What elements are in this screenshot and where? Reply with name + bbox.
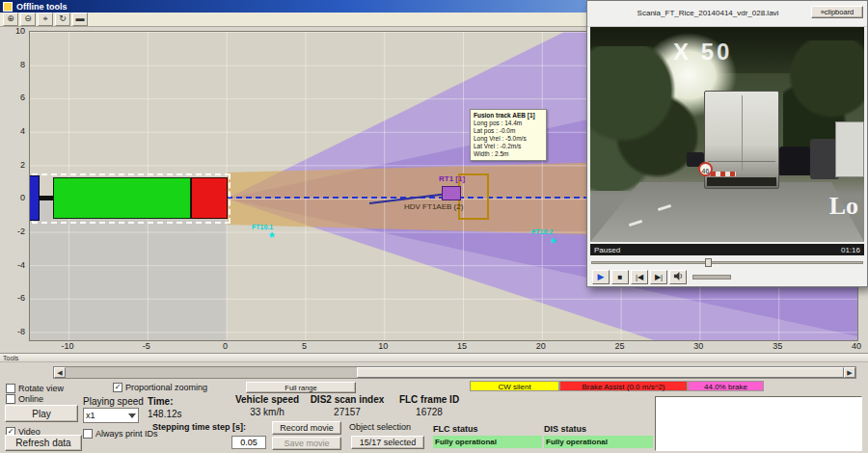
playing-speed-select[interactable]: x1 (83, 408, 139, 423)
checkbox-label: Online (18, 394, 43, 404)
checkbox-box[interactable] (6, 384, 15, 393)
video-overlay-text-bottom: Lo (829, 192, 858, 221)
video-window: Scania_FT_Rice_20140414_vdr_028.lavi »cl… (586, 0, 868, 287)
dis-status-label: DIS status (544, 424, 586, 434)
brake-assist-strip: Brake Assist (0.0 m/s^2) (559, 381, 688, 391)
dis2-scan-index-value: 27157 (305, 407, 390, 417)
road-surface (590, 182, 864, 242)
y-tick: 0 (0, 190, 25, 205)
vehicle-speed-label: Vehicle speed (230, 394, 305, 405)
scroll-right-icon[interactable]: ▶ (844, 367, 855, 378)
x-tick: -10 (48, 341, 87, 352)
scrollbar-thumb[interactable] (357, 367, 844, 378)
video-controls: ▶ ■ |◀ ▶| (590, 269, 864, 285)
record-movie-button[interactable]: Record movie (272, 421, 341, 435)
video-overlay-text-top: X 50 (673, 39, 732, 66)
pan-icon[interactable]: ⌖ (38, 13, 53, 26)
stepping-label: Stepping time step [s]: (152, 422, 246, 432)
rotate-view-checkbox[interactable]: Rotate view (6, 384, 64, 393)
log-textarea[interactable] (655, 396, 862, 451)
timeline-scrollbar[interactable]: ◀ ▶ (53, 366, 856, 379)
checkbox-label: Proportional zooming (125, 383, 207, 392)
playing-speed-value: x1 (86, 411, 95, 420)
step-forward-icon[interactable]: ▶| (650, 270, 667, 284)
refresh-data-button[interactable]: Refresh data (5, 435, 82, 451)
stepping-input[interactable] (231, 436, 266, 449)
step-back-icon[interactable]: |◀ (631, 270, 648, 284)
video-titlebar: Scania_FT_Rice_20140414_vdr_028.lavi »cl… (587, 1, 867, 27)
full-range-button[interactable]: Full range (246, 382, 356, 393)
data-cursor-icon[interactable]: ▬ (72, 13, 88, 26)
truck-bumper (707, 177, 776, 186)
object-selection-label: Object selection (349, 422, 411, 432)
scroll-left-icon[interactable]: ◀ (54, 367, 66, 378)
datatip-line: Long Vrel : -5.0m/s (474, 135, 543, 143)
checkbox-label: Rotate view (18, 384, 64, 393)
datatip-line: Lat pos : -0.0m (474, 127, 543, 135)
video-status-text: Paused (594, 246, 620, 254)
lead-truck (704, 91, 779, 189)
x-tick: 25 (601, 341, 639, 352)
x-tick: 30 (679, 341, 718, 352)
y-axis-ticks: 10 8 6 4 2 0 -2 -4 -6 -8 (0, 23, 25, 339)
vehicle-speed-value: 33 km/h (230, 407, 305, 417)
x-tick: 15 (443, 341, 481, 352)
stop-icon[interactable]: ■ (611, 270, 629, 284)
chevron-down-icon (128, 413, 136, 418)
video-time: 01:16 (841, 246, 860, 254)
ft-track-marker-right: * (551, 239, 556, 247)
ego-vehicle-drawbar (40, 196, 54, 200)
y-tick: -8 (0, 324, 25, 339)
proportional-zooming-checkbox[interactable]: Proportional zooming (113, 383, 207, 392)
time-label: Time: (148, 396, 174, 407)
seek-thumb[interactable] (705, 258, 712, 267)
ft-track-marker-left: * (269, 233, 274, 241)
radar-track-label: RT1 [1] (439, 174, 465, 183)
flc-frame-id-value: 16728 (392, 407, 467, 417)
parked-car (779, 147, 812, 175)
video-frame[interactable]: 46 X 50 Lo (590, 27, 864, 242)
object-selection-button[interactable]: 15/17 selected (351, 436, 424, 449)
y-tick: 2 (0, 157, 25, 173)
playing-speed-label: Playing speed (83, 396, 144, 407)
app-icon (3, 2, 13, 12)
x-tick: -5 (127, 341, 166, 352)
x-tick: 40 (837, 341, 868, 352)
volume-icon[interactable] (669, 270, 687, 284)
rotate-icon[interactable]: ↻ (55, 13, 70, 26)
truck-body-line (708, 161, 775, 162)
ego-vehicle-trailer (53, 177, 191, 219)
time-value: 148.12s (148, 409, 182, 419)
speed-roundel-sign: 46 (698, 162, 713, 176)
y-tick: -6 (0, 290, 25, 306)
flc-status-label: FLC status (433, 424, 478, 434)
checkbox-box[interactable] (113, 383, 122, 392)
video-seek-slider[interactable] (591, 258, 863, 267)
fusion-track-label: HDV FT1AEB (2) (404, 202, 463, 211)
checkbox-box[interactable] (83, 429, 93, 439)
cw-status-strip: CW silent (470, 381, 559, 391)
checkbox-box[interactable] (6, 394, 15, 404)
online-checkbox[interactable]: Online (6, 394, 43, 404)
x-axis-ticks: -10 -5 0 5 10 15 20 25 30 35 40 (48, 341, 868, 352)
tracked-object[interactable] (442, 186, 461, 200)
datatip-line: Lat Vrel : -0.2m/s (474, 143, 543, 150)
truck-door-seam (742, 95, 743, 171)
y-tick: 4 (0, 123, 25, 139)
save-movie-button: Save movie (272, 437, 341, 450)
y-tick: -2 (0, 224, 25, 239)
volume-slider[interactable] (692, 275, 731, 280)
video-statusbar: Paused 01:16 (590, 244, 864, 255)
x-tick: 10 (364, 341, 402, 352)
play-button[interactable]: Play (5, 405, 78, 422)
x-tick: 35 (758, 341, 797, 352)
ego-vehicle-rear-box (29, 175, 40, 221)
play-icon[interactable]: ▶ (592, 270, 610, 284)
clipboard-button[interactable]: »clipboard (811, 6, 863, 18)
fusion-track-datatip[interactable]: Fusion track AEB [1] Long pos : 14.4m La… (470, 109, 547, 161)
always-print-ids-checkbox[interactable]: Always print IDs (83, 429, 158, 439)
dis-status-value: Fully operational (544, 436, 653, 448)
truck-chevron-marking (711, 172, 736, 176)
flc-frame-id-label: FLC frame ID (392, 394, 467, 405)
tools-panel-title: Tools (0, 354, 868, 362)
